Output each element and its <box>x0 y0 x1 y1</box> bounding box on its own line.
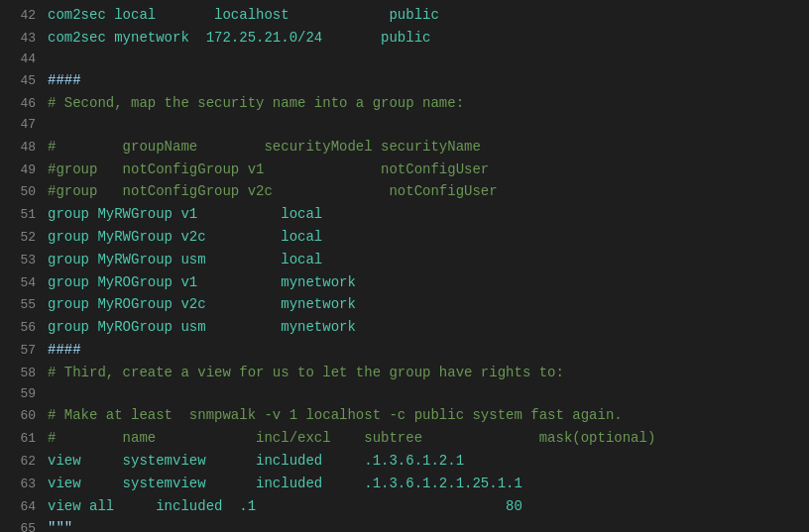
line-number: 53 <box>8 251 36 271</box>
line-number: 45 <box>8 71 36 92</box>
line-number: 61 <box>8 429 36 450</box>
line-number: 46 <box>8 94 36 115</box>
line-content: # name incl/excl subtree mask(optional) <box>48 427 655 449</box>
line-content: view systemview included .1.3.6.1.2.1.25… <box>48 473 522 494</box>
line-content: #### <box>48 339 81 361</box>
line-number: 64 <box>8 497 36 518</box>
line-content: # Make at least snmpwalk -v 1 localhost … <box>48 404 623 426</box>
line-content: #group notConfigGroup v1 notConfigUser <box>48 159 489 180</box>
line-content: group MyROGroup v1 mynetwork <box>48 271 356 293</box>
line-content: # Second, map the security name into a g… <box>48 92 464 114</box>
table-row: 53group MyRWGroup usm local <box>0 249 809 271</box>
line-content: group MyROGroup v2c mynetwork <box>48 293 356 315</box>
line-number: 56 <box>8 318 36 339</box>
table-row: 63view systemview included .1.3.6.1.2.1.… <box>0 473 809 495</box>
table-row: 48# groupName securityModel securityName <box>0 136 809 159</box>
line-number: 42 <box>8 6 36 27</box>
code-editor: 42com2sec local localhost public43com2se… <box>0 0 809 532</box>
line-content: view systemview included .1.3.6.1.2.1 <box>48 450 464 472</box>
line-number: 44 <box>8 50 36 70</box>
line-number: 60 <box>8 406 36 427</box>
line-number: 49 <box>8 160 36 181</box>
line-number: 50 <box>8 182 36 203</box>
table-row: 54group MyROGroup v1 mynetwork <box>0 271 809 294</box>
line-content: #### <box>48 69 81 91</box>
table-row: 52group MyRWGroup v2c local <box>0 226 809 249</box>
line-content: """ <box>48 517 72 532</box>
table-row: 49#group notConfigGroup v1 notConfigUser <box>0 159 809 181</box>
table-row: 56group MyROGroup usm mynetwork <box>0 316 809 339</box>
line-content: #group notConfigGroup v2c notConfigUser <box>48 180 498 202</box>
table-row: 47 <box>0 115 809 136</box>
line-number: 54 <box>8 273 36 294</box>
line-content: group MyRWGroup v1 local <box>48 203 322 225</box>
table-row: 57#### <box>0 339 809 362</box>
line-number: 57 <box>8 341 36 362</box>
table-row: 55group MyROGroup v2c mynetwork <box>0 293 809 316</box>
line-number: 47 <box>8 115 36 136</box>
table-row: 46# Second, map the security name into a… <box>0 92 809 115</box>
line-content: group MyRWGroup usm local <box>48 249 322 270</box>
line-number: 63 <box>8 475 36 495</box>
line-content: # Third, create a view for us to let the… <box>48 362 564 383</box>
line-number: 52 <box>8 228 36 249</box>
table-row: 42com2sec local localhost public <box>0 4 809 27</box>
table-row: 64view all included .1 80 <box>0 495 809 518</box>
line-content: view all included .1 80 <box>48 495 522 517</box>
line-number: 65 <box>8 519 36 532</box>
line-number: 51 <box>8 205 36 226</box>
line-number: 43 <box>8 29 36 50</box>
line-content: com2sec mynetwork 172.25.21.0/24 public <box>48 27 430 49</box>
line-number: 58 <box>8 364 36 384</box>
table-row: 50#group notConfigGroup v2c notConfigUse… <box>0 180 809 203</box>
table-row: 65""" <box>0 517 809 532</box>
table-row: 43com2sec mynetwork 172.25.21.0/24 publi… <box>0 27 809 50</box>
table-row: 60# Make at least snmpwalk -v 1 localhos… <box>0 404 809 427</box>
table-row: 61# name incl/excl subtree mask(optional… <box>0 427 809 450</box>
table-row: 44 <box>0 50 809 70</box>
table-row: 59 <box>0 384 809 405</box>
table-row: 51group MyRWGroup v1 local <box>0 203 809 226</box>
line-number: 48 <box>8 138 36 159</box>
line-content: # groupName securityModel securityName <box>48 136 481 158</box>
table-row: 45#### <box>0 69 809 92</box>
line-number: 55 <box>8 295 36 316</box>
line-number: 59 <box>8 384 36 405</box>
line-content: group MyRWGroup v2c local <box>48 226 322 248</box>
table-row: 58# Third, create a view for us to let t… <box>0 362 809 384</box>
line-content: group MyROGroup usm mynetwork <box>48 316 356 338</box>
table-row: 62view systemview included .1.3.6.1.2.1 <box>0 450 809 473</box>
line-content: com2sec local localhost public <box>48 4 439 26</box>
line-number: 62 <box>8 452 36 473</box>
